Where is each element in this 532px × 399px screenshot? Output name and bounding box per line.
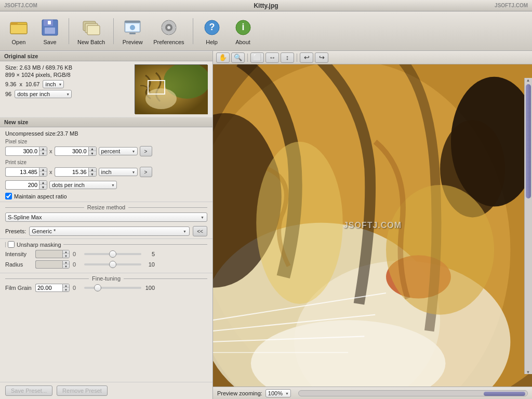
- expand-h-button[interactable]: ↔: [265, 52, 279, 63]
- h-scroll-track[interactable]: [298, 390, 528, 396]
- open-button[interactable]: Open: [4, 15, 33, 47]
- film-grain-down[interactable]: ▼: [63, 288, 69, 291]
- h-scroll-thumb[interactable]: [484, 392, 525, 396]
- print-dpi-input[interactable]: ▲ ▼: [5, 180, 47, 190]
- intensity-field[interactable]: [35, 250, 62, 258]
- radius-input[interactable]: ▲ ▼: [35, 260, 70, 269]
- film-grain-field[interactable]: [35, 284, 62, 292]
- print-dpi-unit-wrapper[interactable]: dots per inch dots per cm: [49, 181, 117, 189]
- about-button[interactable]: i About: [229, 15, 258, 47]
- pixel-height-down[interactable]: ▼: [89, 151, 96, 155]
- print-unit-select[interactable]: inch cm mm: [99, 168, 138, 176]
- scrollbar-right[interactable]: ▲ ▼: [524, 78, 532, 374]
- pixel-height-input[interactable]: ▲ ▼: [55, 147, 97, 156]
- print-dpi-up[interactable]: ▲: [39, 181, 47, 185]
- zoom-select-wrapper[interactable]: 100% 50% 200% Fit: [265, 389, 291, 397]
- maintain-ratio-checkbox[interactable]: [5, 193, 12, 200]
- original-size-header: Original size: [0, 51, 212, 61]
- save-preset-button[interactable]: Save Preset...: [5, 385, 52, 396]
- size-row-1: 9.36 x 10.67 inch cm mm px: [5, 80, 135, 88]
- undo-button[interactable]: ↩: [300, 52, 313, 63]
- print-dpi-down[interactable]: ▼: [39, 185, 47, 189]
- print-height-up[interactable]: ▲: [89, 168, 96, 172]
- scroll-thumb[interactable]: [526, 84, 531, 198]
- pixel-unit-select[interactable]: percent pixels: [99, 147, 138, 155]
- horizontal-scrollbar[interactable]: [298, 390, 528, 396]
- new-size-section: Uncompressed size:23.7 MB Pixel size ▲ ▼…: [0, 127, 212, 202]
- save-button[interactable]: Save: [35, 15, 64, 47]
- dimensions-info: 899 × 1024 pixels, RGB/8: [5, 72, 135, 78]
- pixel-unit-select-wrapper[interactable]: percent pixels: [99, 147, 138, 155]
- fit-button[interactable]: ⬜: [250, 52, 264, 63]
- film-grain-input[interactable]: ▲ ▼: [35, 284, 70, 292]
- radius-down[interactable]: ▼: [63, 264, 69, 268]
- film-grain-max: 100: [144, 285, 155, 291]
- pixel-width-stepper: ▲ ▼: [39, 147, 47, 156]
- unsharp-header: Unsharp masking: [5, 241, 207, 248]
- print-unit-select-wrapper[interactable]: inch cm mm: [99, 168, 138, 176]
- print-dpi-stepper: ▲ ▼: [39, 180, 47, 190]
- dpi-unit-select[interactable]: dots per inch dots per cm: [15, 90, 72, 98]
- scroll-down-arrow[interactable]: ▼: [525, 370, 531, 374]
- print-go-button[interactable]: >: [140, 167, 152, 177]
- preset-select[interactable]: Generic * Generic Photo Web: [29, 227, 190, 236]
- pixel-height-field[interactable]: [55, 147, 88, 156]
- resize-method-select-wrapper[interactable]: S-Spline Max S-Spline Lanczos Bicubic Bi…: [5, 212, 207, 222]
- unit-select-wrapper[interactable]: inch cm mm px: [43, 80, 64, 88]
- help-button[interactable]: ? Help: [197, 15, 227, 47]
- intensity-slider[interactable]: [84, 253, 141, 255]
- file-size-info: Size: 2.63 MB / 689.76 KB: [5, 64, 135, 71]
- radius-min: 0: [73, 261, 81, 268]
- print-height-input[interactable]: ▲ ▼: [55, 167, 97, 177]
- print-width-field[interactable]: [5, 167, 39, 177]
- preset-select-wrapper[interactable]: Generic * Generic Photo Web: [29, 227, 190, 236]
- hand-tool-button[interactable]: ✋: [216, 52, 230, 63]
- remove-preset-button[interactable]: Remove Preset: [57, 385, 108, 396]
- film-grain-slider[interactable]: [84, 287, 141, 289]
- pixel-height-up[interactable]: ▲: [89, 147, 96, 151]
- dpi-row: 96 dots per inch dots per cm: [5, 90, 135, 98]
- thumb-svg: [135, 65, 208, 114]
- preferences-label: Preferences: [153, 39, 184, 45]
- radius-up[interactable]: ▲: [63, 261, 69, 264]
- save-label: Save: [43, 39, 56, 45]
- pixel-width-input[interactable]: ▲ ▼: [5, 147, 47, 156]
- redo-button[interactable]: ↪: [315, 52, 328, 63]
- preview-image-area: JSOFTJ.COM ▲ ▼: [213, 64, 532, 387]
- scroll-track[interactable]: [525, 82, 532, 370]
- print-width-up[interactable]: ▲: [39, 168, 47, 172]
- finetuning-header: Fine-tuning: [5, 275, 207, 282]
- intensity-down[interactable]: ▼: [63, 254, 69, 258]
- radius-field[interactable]: [35, 260, 62, 269]
- help-label: Help: [206, 39, 218, 45]
- expand-v-button[interactable]: ↕: [281, 52, 294, 63]
- print-width-down[interactable]: ▼: [39, 172, 47, 176]
- dpi-unit-select-wrapper[interactable]: dots per inch dots per cm: [15, 90, 72, 98]
- zoom-tool-button[interactable]: 🔍: [231, 52, 245, 63]
- film-grain-up[interactable]: ▲: [63, 284, 69, 288]
- unsharp-checkbox[interactable]: [8, 241, 15, 248]
- scroll-up-arrow[interactable]: ▲: [525, 78, 531, 82]
- pixel-width-field[interactable]: [5, 147, 39, 156]
- new-batch-button[interactable]: New Batch: [73, 15, 109, 47]
- print-height-field[interactable]: [55, 167, 88, 177]
- resize-method-select[interactable]: S-Spline Max S-Spline Lanczos Bicubic Bi…: [5, 212, 207, 222]
- preferences-button[interactable]: Preferences: [149, 15, 188, 47]
- print-width-input[interactable]: ▲ ▼: [5, 167, 47, 177]
- preview-button[interactable]: Preview: [118, 15, 147, 47]
- print-dpi-field[interactable]: [5, 180, 39, 190]
- preset-collapse-button[interactable]: <<: [193, 226, 207, 236]
- title-bar: JSOFTJ.COM Kitty.jpg JSOFTJ.COM: [0, 0, 532, 11]
- pixel-go-button[interactable]: >: [140, 146, 152, 156]
- intensity-up[interactable]: ▲: [63, 250, 69, 254]
- pixel-width-up[interactable]: ▲: [39, 147, 47, 151]
- unit-select[interactable]: inch cm mm px: [43, 80, 64, 88]
- x-sep: x: [19, 81, 22, 87]
- intensity-input[interactable]: ▲ ▼: [35, 250, 70, 258]
- print-height-down[interactable]: ▼: [89, 172, 96, 176]
- pixel-width-down[interactable]: ▼: [39, 151, 47, 155]
- right-panel: ✋ 🔍 ⬜ ↔ ↕ ↩ ↪: [213, 51, 532, 399]
- print-dpi-unit-select[interactable]: dots per inch dots per cm: [49, 181, 117, 189]
- zoom-select[interactable]: 100% 50% 200% Fit: [265, 389, 291, 397]
- radius-slider[interactable]: [84, 263, 141, 265]
